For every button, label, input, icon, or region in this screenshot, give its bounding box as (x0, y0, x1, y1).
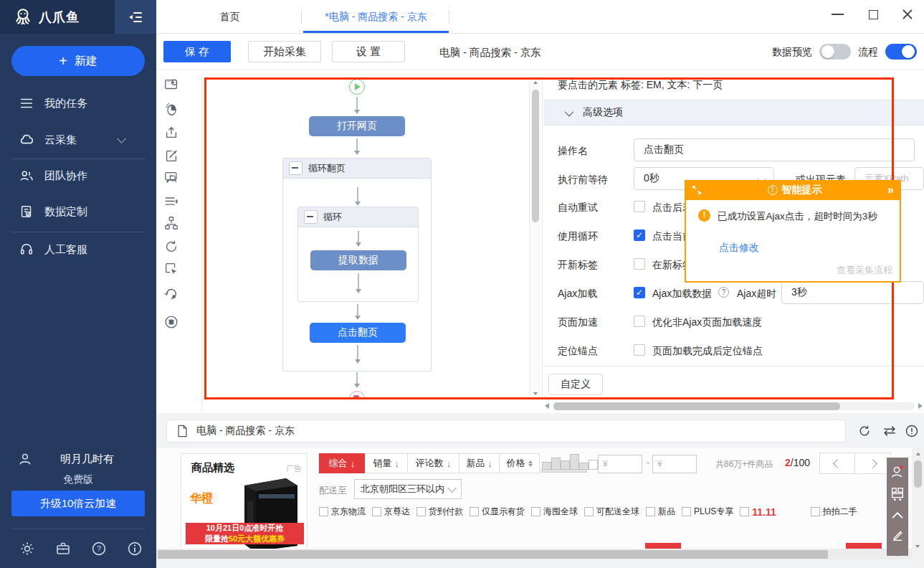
start-collect-button[interactable]: 开始采集 (248, 41, 321, 62)
ajax-load-checkbox[interactable]: ✓ (634, 287, 645, 298)
next-tip-arrow[interactable]: » (887, 184, 894, 197)
upgrade-button[interactable]: 升级10倍云加速 (11, 491, 145, 516)
flow-toggle[interactable] (885, 44, 917, 60)
filter-plus[interactable]: PLUS专享 (682, 506, 733, 518)
click-mouse-icon[interactable] (163, 101, 179, 117)
sidebar-item-cloud-collect[interactable]: 云采集 (0, 126, 156, 154)
auto-retry-checkbox[interactable] (634, 201, 645, 212)
scroll-left-arrow[interactable] (545, 403, 549, 409)
scroll-up-arrow[interactable] (533, 81, 538, 84)
switch-browser-icon[interactable] (882, 425, 897, 437)
sort-list-icon[interactable] (163, 194, 179, 209)
sidebar-item-my-tasks[interactable]: 我的任务 (0, 89, 156, 118)
filter-1111[interactable]: 11.11 (740, 506, 776, 518)
use-loop-checkbox[interactable]: ✓ (634, 229, 645, 241)
op-name-input[interactable]: 点击翻页 (634, 138, 915, 161)
new-page-icon[interactable] (163, 77, 179, 93)
chevron-up-icon[interactable] (890, 508, 905, 521)
flow-group-loop-page[interactable]: 循环翻页 循环 提取数据 点击翻页 (282, 158, 432, 371)
prev-page-button[interactable] (819, 453, 855, 474)
scrollbar-thumb[interactable] (532, 90, 539, 222)
cart-grid-icon[interactable] (890, 486, 905, 503)
canvas-scrollbar[interactable] (529, 77, 540, 399)
flow-node-click-page[interactable]: 点击翻页 (310, 323, 406, 343)
filter-jzd[interactable]: 京尊达 (372, 506, 410, 518)
anchor-checkbox[interactable] (634, 344, 645, 356)
username[interactable]: 明月几时有 (60, 453, 114, 466)
sort-tab-price[interactable]: 价格 (500, 453, 540, 473)
smart-tip-header[interactable]: ! 智能提示 » (685, 180, 901, 200)
collapse-tooltip-icon[interactable] (692, 185, 702, 195)
filter-global[interactable]: 海囤全球 (531, 506, 578, 518)
browser-hscrollbar[interactable] (156, 549, 912, 559)
maximize-button[interactable] (859, 0, 887, 29)
sidebar-item-support[interactable]: 人工客服 (0, 235, 156, 264)
sort-tab-comments[interactable]: 评论数↓ (408, 453, 459, 473)
view-flow-link[interactable]: 查看采集流程 (837, 264, 892, 277)
stop-record-icon[interactable] (163, 314, 179, 330)
scroll-right-arrow[interactable] (918, 403, 923, 409)
advanced-options-bar[interactable]: 高级选项 (543, 100, 924, 126)
filter-ship-worldwide[interactable]: 可配送全球 (584, 506, 639, 518)
price-max-input[interactable]: ¥ (652, 455, 697, 473)
page-accel-checkbox[interactable] (634, 316, 645, 327)
new-tab-checkbox[interactable] (634, 258, 645, 270)
filter-in-stock[interactable]: 仅显示有货 (470, 506, 525, 518)
delivery-select[interactable]: 北京朝阳区三环以内 (354, 479, 462, 499)
sidebar-item-team[interactable]: 团队协作 (0, 161, 156, 190)
new-task-button[interactable]: + 新建 (11, 46, 145, 76)
settings-button[interactable]: 设 置 (332, 41, 405, 62)
scrollbar-thumb[interactable] (553, 402, 840, 410)
collapse-group-button[interactable] (289, 161, 303, 175)
modify-link[interactable]: 点击修改 (719, 242, 759, 255)
scrollbar-thumb[interactable] (914, 460, 922, 488)
ajax-help-icon[interactable]: ? (718, 287, 729, 298)
edit-icon[interactable] (163, 148, 179, 164)
scroll-down-arrow[interactable] (533, 392, 538, 395)
save-button[interactable]: 保 存 (163, 41, 231, 62)
settings-gear-icon[interactable] (19, 540, 36, 557)
price-histogram[interactable] (541, 454, 587, 473)
flow-node-open-page[interactable]: 打开网页 (309, 116, 405, 136)
info-icon[interactable] (126, 540, 143, 557)
scroll-down-arrow[interactable] (915, 545, 920, 548)
sidebar-collapse-button[interactable] (115, 0, 156, 34)
panel-hscrollbar[interactable] (543, 402, 924, 412)
loop-page-header[interactable]: 循环翻页 (283, 158, 431, 179)
ajax-timeout-input[interactable]: 3秒 (781, 281, 924, 304)
next-page-button[interactable] (855, 453, 891, 474)
flow-end-icon[interactable] (349, 391, 365, 399)
reload-page-icon[interactable] (857, 424, 872, 438)
scrollbar-thumb[interactable] (158, 550, 828, 559)
data-preview-toggle[interactable] (819, 44, 851, 60)
custom-button[interactable]: 自定义 (548, 374, 603, 395)
filter-second-hand[interactable]: 拍拍二手 (811, 506, 857, 518)
browser-vscrollbar[interactable] (912, 448, 924, 568)
filter-cod[interactable]: 货到付款 (416, 506, 463, 518)
close-button[interactable] (893, 0, 922, 29)
tab-active-task[interactable]: *电脑 - 商品搜索 - 京东 (303, 0, 449, 33)
loop-record-icon[interactable] (163, 285, 179, 301)
scroll-up-arrow[interactable] (916, 453, 920, 455)
price-min-input[interactable]: ¥ (598, 455, 642, 473)
user-notify-icon[interactable] (890, 463, 905, 480)
collapse-group-button[interactable] (304, 210, 318, 224)
featured-ad-panel[interactable]: 商品精选 广告 华橙 10月21日0点准时开抢 限量抢50元大额优惠券 (181, 453, 308, 549)
select-element-icon[interactable] (163, 261, 179, 277)
minimize-button[interactable] (823, 0, 852, 29)
flow-group-loop[interactable]: 循环 提取数据 (297, 207, 419, 302)
sort-tab-overall[interactable]: 综合↓ (319, 453, 365, 473)
export-icon[interactable] (163, 125, 179, 141)
text-search-icon[interactable]: A (163, 170, 179, 186)
flow-node-extract-data[interactable]: 提取数据 (310, 250, 406, 270)
refresh-icon[interactable] (163, 239, 179, 255)
filter-new[interactable]: 新品 (646, 506, 675, 518)
flow-start-icon[interactable] (349, 79, 365, 95)
sort-tab-sales[interactable]: 销量↓ (365, 453, 408, 473)
help-icon[interactable]: ? (90, 540, 108, 557)
url-bar[interactable]: 电脑 - 商品搜索 - 京东 (166, 420, 846, 442)
sort-tab-new[interactable]: 新品↓ (459, 453, 500, 473)
ad-banner[interactable]: 10月21日0点准时开抢 限量抢50元大额优惠券 (186, 523, 304, 544)
tab-home[interactable]: 首页 (171, 0, 289, 33)
briefcase-icon[interactable] (54, 540, 72, 557)
